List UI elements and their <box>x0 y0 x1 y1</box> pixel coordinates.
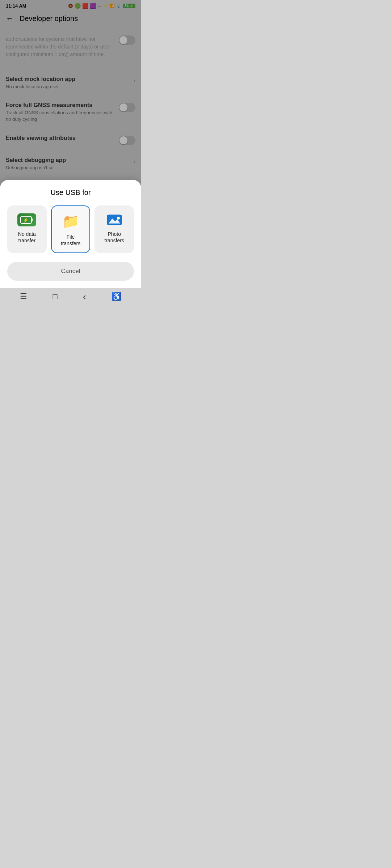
usb-options: ⚡ No datatransfer 📁 Filetransfers Photot… <box>7 205 134 253</box>
status-icons: 🔕 🟢 🟥 🟪 ··· ⚡ 📶 📡 84 ⚡ <box>68 3 135 9</box>
battery-percent: 84 <box>125 4 129 8</box>
file-transfers-label: Filetransfers <box>61 234 80 247</box>
nav-menu-icon[interactable]: ☰ <box>20 292 27 301</box>
toggle-gnss[interactable] <box>119 103 135 112</box>
debugging-app-title: Select debugging app <box>6 157 129 163</box>
wifi-icon: 📡 <box>116 4 121 8</box>
svg-rect-1 <box>31 218 33 221</box>
option-photo-transfers[interactable]: Phototransfers <box>94 205 134 253</box>
app-icon-3: 🟪 <box>90 3 96 9</box>
app-icon-2: 🟥 <box>82 3 88 9</box>
mock-location-text: Select mock location app No mock locatio… <box>6 76 133 90</box>
cancel-button[interactable]: Cancel <box>7 262 134 281</box>
setting-item-viewing-attributes: Enable viewing attributes <box>6 129 135 151</box>
settings-list: authorizations for systems that have not… <box>0 27 141 196</box>
gnss-text: Force full GNSS measurements Track all G… <box>6 102 119 123</box>
nav-accessibility-icon[interactable]: ♿ <box>112 292 121 301</box>
partial-text: authorizations for systems that have not… <box>6 33 119 64</box>
app-icon-1: 🟢 <box>75 3 81 9</box>
option-no-data-transfer[interactable]: ⚡ No datatransfer <box>7 205 47 253</box>
page-title: Developer options <box>20 14 78 23</box>
nav-bar: ☰ □ ‹ ♿ <box>0 288 141 305</box>
no-data-icon: ⚡ <box>17 213 36 226</box>
status-time: 11:14 AM <box>6 3 26 9</box>
no-data-label: No datatransfer <box>18 231 36 244</box>
photo-icon-svg <box>106 213 122 226</box>
svg-point-6 <box>117 217 120 220</box>
battery-indicator: 84 ⚡ <box>123 4 135 8</box>
setting-item-debugging-app[interactable]: Select debugging app Debugging app isn't… <box>6 151 135 177</box>
viewing-attributes-title: Enable viewing attributes <box>6 135 114 141</box>
setting-item-gnss: Force full GNSS measurements Track all G… <box>6 96 135 129</box>
status-bar: 11:14 AM 🔕 🟢 🟥 🟪 ··· ⚡ 📶 📡 84 ⚡ <box>0 0 141 10</box>
sheet-title: Use USB for <box>7 188 134 197</box>
svg-text:⚡: ⚡ <box>23 217 29 223</box>
back-button[interactable]: ← <box>6 14 14 23</box>
nav-home-icon[interactable]: □ <box>52 292 57 301</box>
mock-location-subtitle: No mock location app set <box>6 84 129 90</box>
battery-bolt: ⚡ <box>129 4 134 8</box>
viewing-attributes-text: Enable viewing attributes <box>6 135 119 142</box>
photo-transfers-label: Phototransfers <box>104 231 124 244</box>
toggle-partial[interactable] <box>119 35 135 45</box>
signal-icon: 📶 <box>110 4 115 8</box>
chevron-icon: › <box>133 77 135 84</box>
gnss-title: Force full GNSS measurements <box>6 102 114 109</box>
gnss-subtitle: Track all GNSS constellations and freque… <box>6 110 114 123</box>
setting-item-mock-location[interactable]: Select mock location app No mock locatio… <box>6 70 135 96</box>
toggle-viewing-attributes[interactable] <box>119 136 135 145</box>
top-bar: ← Developer options <box>0 10 141 27</box>
chevron-debugging-icon: › <box>133 158 135 165</box>
more-icon: ··· <box>97 3 102 9</box>
charging-svg: ⚡ <box>20 216 33 224</box>
nav-back-icon[interactable]: ‹ <box>83 291 86 302</box>
debugging-app-text: Select debugging app Debugging app isn't… <box>6 157 133 171</box>
bottom-sheet: Use USB for ⚡ No datatransfer 📁 Filetran… <box>0 180 141 288</box>
folder-icon: 📁 <box>62 213 79 229</box>
debugging-app-subtitle: Debugging app isn't set <box>6 165 129 171</box>
setting-item-partial: authorizations for systems that have not… <box>6 27 135 70</box>
option-file-transfers[interactable]: 📁 Filetransfers <box>51 205 91 253</box>
mock-location-title: Select mock location app <box>6 76 129 82</box>
bluetooth-icon: ⚡ <box>103 4 108 8</box>
mute-icon: 🔕 <box>68 4 73 8</box>
